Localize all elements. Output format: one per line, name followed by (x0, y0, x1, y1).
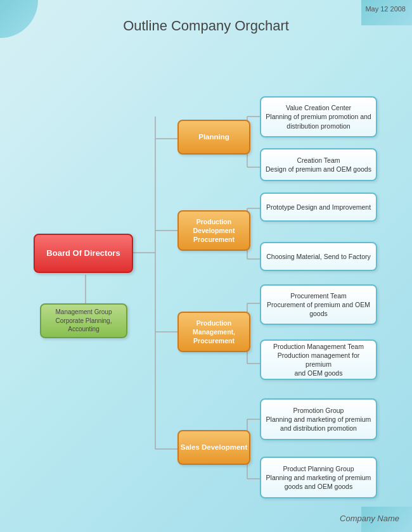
board-box: Board Of Directors (34, 234, 133, 273)
creation-team-box: Creation Team Design of premium and OEM … (260, 148, 377, 181)
corner-tr (361, 0, 412, 25)
value-creation-box: Value Creation Center Planning of premiu… (260, 96, 377, 137)
prod-mgmt-box: Production Management, Procurement (177, 312, 250, 352)
management-box: Management Group Corporate Planning, Acc… (40, 303, 127, 338)
promotion-group-box: Promotion Group Planning and marketing o… (260, 398, 377, 440)
company-name: Company Name (340, 514, 399, 523)
date-label: May 12 2008 (365, 5, 406, 13)
choosing-box: Choosing Material, Send to Factory (260, 242, 377, 271)
sales-dev-box: Sales Development (177, 430, 250, 465)
planning-box: Planning (177, 120, 250, 155)
product-planning-box: Product Planning Group Planning and mark… (260, 457, 377, 498)
prod-dev-box: Production Development Procurement (177, 210, 250, 251)
org-chart: Board Of Directors Management Group Corp… (10, 41, 402, 522)
prod-mgmt-team-box: Production Management Team Production ma… (260, 339, 377, 380)
page-title: Outline Company Orgchart (0, 18, 412, 34)
procurement-team-box: Procurement Team Procurement of premium … (260, 284, 377, 325)
prototype-box: Prototype Design and Improvement (260, 193, 377, 222)
